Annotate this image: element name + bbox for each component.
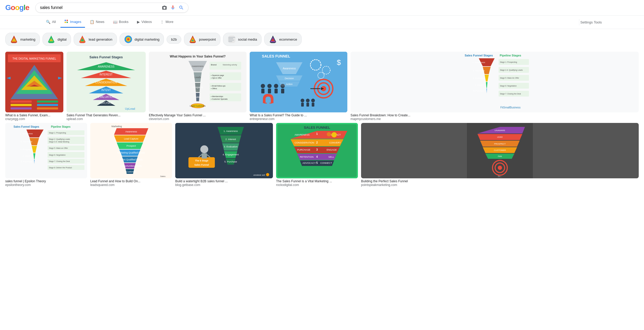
chip-digital-marketing-img <box>124 35 132 44</box>
svg-text:• Email follow-ups: • Email follow-ups <box>211 85 226 87</box>
chip-social-media[interactable]: social media <box>223 33 262 46</box>
grid-item-5[interactable]: Sales Funnel Stages Pipeline Stages 1. A… <box>351 52 639 121</box>
chip-lead-generation[interactable]: lead generation <box>74 33 117 46</box>
tab-books[interactable]: 📖 Books <box>109 17 132 27</box>
grid-item-4[interactable]: SALES FUNNEL $ Awareness <box>250 52 347 121</box>
tab-more[interactable]: ⋮ More <box>157 17 177 27</box>
item-source-5: mapmycustomers.me <box>351 117 639 121</box>
svg-text:LEAD: LEAD <box>497 136 503 138</box>
tools-button[interactable]: Tools <box>594 20 602 24</box>
chip-digital[interactable]: digital <box>42 33 71 46</box>
item-source-8: blog.getbase.com <box>175 183 273 187</box>
chip-powerpoint[interactable]: powerpoint <box>184 33 220 46</box>
svg-text:INTENT: INTENT <box>101 89 111 92</box>
svg-text:4. Intent: 4. Intent <box>23 155 31 157</box>
grid-item-1[interactable]: THE DIGITAL MARKETING FUNNEL <box>5 52 63 121</box>
more-icon: ⋮ <box>160 20 164 24</box>
svg-text:Action: Action <box>286 83 292 85</box>
svg-text:• Opt-in Offer: • Opt-in Offer <box>211 77 222 79</box>
grid-item-8[interactable]: 1. Awareness 2. Interest 3. Evaluation 4… <box>175 123 273 187</box>
svg-text:Prospects: Prospects <box>192 86 203 89</box>
svg-text:Lead Capture: Lead Capture <box>124 137 139 140</box>
item-source-6: epsilontheory.com <box>5 183 87 187</box>
svg-text:Stage 1: Prospecting: Stage 1: Prospecting <box>500 61 517 63</box>
svg-text:ADVOCACY: ADVOCACY <box>302 162 316 164</box>
tab-news[interactable]: 📋 News <box>86 17 108 27</box>
svg-text:Prospect: Prospect <box>126 145 136 147</box>
svg-point-207 <box>266 173 269 176</box>
svg-rect-24 <box>228 36 235 43</box>
svg-text:Brand: Brand <box>211 64 216 66</box>
divider <box>579 19 579 25</box>
svg-text:EVALUATION: EVALUATION <box>98 95 114 98</box>
chip-powerpoint-img <box>188 35 197 44</box>
chip-marketing-img <box>10 35 18 44</box>
svg-text:Marketing: Marketing <box>111 125 122 128</box>
svg-text:Pipeline Stages: Pipeline Stages <box>500 54 521 57</box>
tab-videos[interactable]: ▶ Videos <box>133 17 156 27</box>
item-source-9: rockodigital.com <box>276 183 358 187</box>
svg-text:Awareness: Awareness <box>283 67 296 70</box>
chip-b2b[interactable]: b2b <box>167 35 181 44</box>
item-title-3: Effectively Manage Your Sales Funnel ... <box>149 113 247 117</box>
chip-ecommerce[interactable]: ecommerce <box>264 33 302 46</box>
svg-text:PURCHASE: PURCHASE <box>99 102 113 104</box>
grid-item-9[interactable]: SALES FUNNEL AWARENESS ATTRACT CONSIDERA… <box>276 123 358 187</box>
svg-text:Customer: Customer <box>126 170 136 173</box>
grid-item-10[interactable]: UNAWARE LEAD PROSPECT CUSTOMER FAN Du... <box>361 123 639 187</box>
svg-text:FAN: FAN <box>498 155 502 157</box>
svg-rect-160 <box>48 137 84 144</box>
svg-text:4. Intent: 4. Intent <box>475 84 483 86</box>
grid-item-2[interactable]: Sales Funnel Stages AWARENESS INTEREST C… <box>67 52 146 121</box>
svg-text:The 5 Stage: The 5 Stage <box>195 159 209 162</box>
svg-text:Stage 8: Deliver the Product: Stage 8: Deliver the Product <box>49 167 72 169</box>
voice-search-button[interactable] <box>170 5 176 10</box>
svg-text:THE DIGITAL MARKETING FUNNEL: THE DIGITAL MARKETING FUNNEL <box>12 57 56 60</box>
grid-item-3[interactable]: What Happens in Your Sales Funnel? Aware… <box>149 52 247 121</box>
camera-search-button[interactable] <box>162 5 167 10</box>
tab-all[interactable]: 🔍 All <box>42 17 59 27</box>
google-search-button[interactable] <box>179 5 184 10</box>
search-input[interactable] <box>40 5 159 10</box>
svg-rect-116 <box>301 103 304 107</box>
search-bar <box>35 3 188 13</box>
svg-text:Awareness: Awareness <box>192 65 204 68</box>
svg-text:Stage 7: Closing the Deal: Stage 7: Closing the Deal <box>500 93 521 95</box>
svg-text:2. Discovery: 2. Discovery <box>473 69 485 72</box>
svg-point-98 <box>267 84 272 88</box>
svg-text:Stage 6: Negotiation: Stage 6: Negotiation <box>500 85 517 87</box>
grid-item-7[interactable]: Marketing Awareness Lead Capture Prospec… <box>90 123 172 187</box>
svg-text:PROSPECT: PROSPECT <box>494 143 506 145</box>
svg-rect-45 <box>11 107 32 109</box>
svg-text:1. Awareness: 1. Awareness <box>224 130 238 132</box>
tab-images[interactable]: Images <box>60 17 85 28</box>
svg-rect-97 <box>261 89 264 93</box>
settings-button[interactable]: Settings <box>580 20 593 24</box>
svg-text:UNAWARE: UNAWARE <box>495 129 505 132</box>
svg-rect-43 <box>11 104 32 106</box>
news-icon: 📋 <box>90 20 94 24</box>
svg-text:Loyal Customers: Loyal Customers <box>190 105 206 107</box>
chip-digital-marketing[interactable]: digital marketing <box>120 33 164 46</box>
svg-rect-203 <box>202 153 207 159</box>
svg-text:Stage 7: Closing the Deal: Stage 7: Closing the Deal <box>49 160 70 162</box>
svg-text:Opportunities Leads: Opportunities Leads <box>121 165 142 167</box>
svg-rect-0 <box>65 20 66 21</box>
svg-rect-85 <box>210 93 241 101</box>
svg-rect-44 <box>37 104 58 106</box>
item-source-1: crazyegg.com <box>5 117 63 121</box>
svg-text:AWARENESS: AWARENESS <box>98 65 114 68</box>
svg-rect-79 <box>210 72 241 80</box>
item-source-7: leadsquared.com <box>90 183 172 187</box>
svg-text:CONSIDERATION: CONSIDERATION <box>95 81 117 84</box>
grid-item-6[interactable]: Sales Funnel Stages Pipeline Stages 1. A… <box>5 123 87 187</box>
svg-text:Stage 2-4: Qualifying Leads: Stage 2-4: Qualifying Leads <box>500 69 523 71</box>
svg-rect-120 <box>312 103 314 107</box>
item-title-2: Sales Funnel That Generates Reven... <box>67 113 146 117</box>
svg-point-96 <box>261 84 265 88</box>
chip-marketing[interactable]: marketing <box>5 33 40 46</box>
svg-text:3. Evaluation: 3. Evaluation <box>20 148 32 151</box>
svg-text:3: 3 <box>316 148 318 151</box>
svg-rect-27 <box>228 40 234 41</box>
svg-point-202 <box>200 145 208 153</box>
